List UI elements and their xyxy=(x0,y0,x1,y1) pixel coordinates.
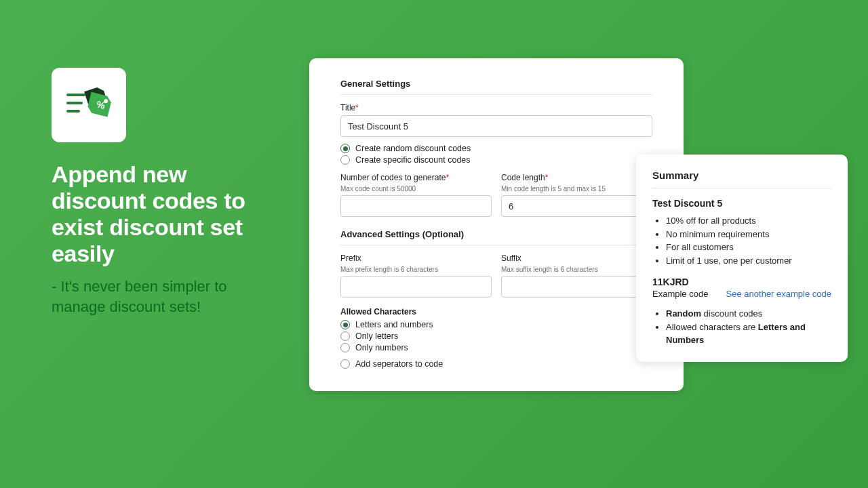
svg-rect-1 xyxy=(66,102,83,104)
example-code-label: Example code xyxy=(652,289,708,299)
count-hint: Max code count is 50000 xyxy=(340,185,492,192)
list-lines-icon xyxy=(66,94,85,113)
prefix-label: Prefix xyxy=(340,253,492,263)
count-label: Number of codes to generate* xyxy=(340,173,492,182)
radio-random[interactable] xyxy=(340,144,350,153)
radio-chars-both-label: Letters and numbers xyxy=(355,320,433,329)
radio-chars-letters[interactable] xyxy=(340,331,350,341)
app-icon: % xyxy=(52,68,126,142)
radio-chars-letters-label: Only letters xyxy=(355,331,398,341)
radio-random-label: Create random discount codes xyxy=(355,144,471,153)
length-label: Code length* xyxy=(501,173,652,182)
radio-separators[interactable] xyxy=(340,359,350,369)
radio-separators-label: Add seperators to code xyxy=(355,359,443,369)
list-item: 10% off for all products xyxy=(666,214,831,228)
prefix-input[interactable] xyxy=(340,276,492,298)
summary-title: Summary xyxy=(652,169,831,188)
allowed-chars-title: Allowed Characters xyxy=(340,307,652,317)
example-code: 11KJRD xyxy=(652,277,831,287)
summary-card: Summary Test Discount 5 10% off for all … xyxy=(636,155,848,362)
svg-rect-2 xyxy=(66,110,80,113)
radio-chars-numbers-label: Only numbers xyxy=(355,343,408,352)
list-item: For all customers xyxy=(666,241,831,254)
hero-headline: Append new discount codes to exist disco… xyxy=(52,161,282,267)
form-card: General Settings Title* Create random di… xyxy=(309,58,684,391)
svg-rect-0 xyxy=(66,94,85,96)
summary-discount-name: Test Discount 5 xyxy=(652,198,831,209)
summary-rules-list: 10% off for all products No minimum requ… xyxy=(652,214,831,267)
title-input[interactable] xyxy=(340,115,652,137)
length-input[interactable] xyxy=(501,195,652,217)
suffix-label: Suffix xyxy=(501,253,652,263)
radio-chars-numbers[interactable] xyxy=(340,343,350,352)
suffix-hint: Max suffix length is 6 characters xyxy=(501,266,652,273)
radio-chars-both[interactable] xyxy=(340,320,350,329)
list-item: Allowed characters are Letters and Numbe… xyxy=(666,321,831,347)
hero-subhead: - It's never been simpler to manage disc… xyxy=(52,277,282,317)
radio-specific-label: Create specific discount codes xyxy=(355,155,471,165)
title-label: Title* xyxy=(340,103,652,113)
general-settings-title: General Settings xyxy=(340,79,652,95)
list-item: No minimum requirements xyxy=(666,228,831,241)
length-hint: Min code length is 5 and max is 15 xyxy=(501,185,652,192)
list-item: Limit of 1 use, one per customer xyxy=(666,254,831,268)
count-input[interactable] xyxy=(340,195,492,217)
see-another-link[interactable]: See another example code xyxy=(726,289,831,299)
advanced-settings-title: Advanced Settings (Optional) xyxy=(340,229,652,245)
prefix-hint: Max prefix length is 6 characters xyxy=(340,266,492,273)
list-item: Random discount codes xyxy=(666,307,831,321)
suffix-input[interactable] xyxy=(501,276,652,298)
radio-specific[interactable] xyxy=(340,155,350,165)
summary-props-list: Random discount codes Allowed characters… xyxy=(652,307,831,347)
